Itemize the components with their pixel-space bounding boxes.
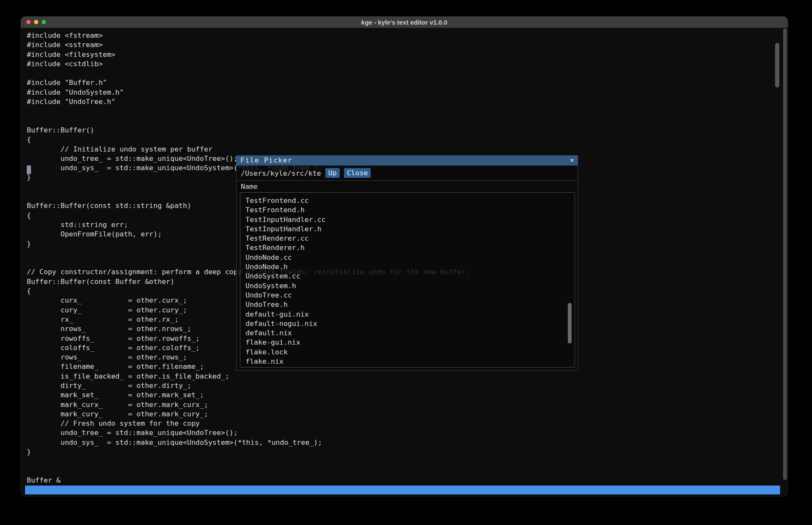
- file-list-item[interactable]: TestInputHandler.cc: [240, 215, 575, 225]
- code-line: Buffer &: [27, 476, 470, 485]
- file-list-item[interactable]: TestFrontend.cc: [240, 196, 575, 205]
- file-list-item[interactable]: TestRenderer.h: [240, 243, 575, 253]
- text-cursor: [27, 166, 31, 174]
- status-bar: kge v1.0.0 [1/1] Buffer.cc 486L Open Fil…: [25, 486, 780, 494]
- code-line: Buffer::Buffer(): [27, 126, 470, 135]
- minimize-window-icon[interactable]: [34, 20, 38, 24]
- code-line: #include "UndoTree.h": [27, 97, 470, 107]
- code-line: }: [27, 447, 470, 457]
- code-line: [27, 466, 470, 476]
- code-line: #include <cstdlib>: [27, 59, 470, 69]
- window-title: kge - kyle's text editor v1.0.0: [21, 19, 788, 26]
- file-list-item[interactable]: default.nix: [240, 328, 575, 338]
- code-line: {: [27, 135, 470, 144]
- code-line: [27, 116, 470, 126]
- name-column-header: Name: [241, 182, 258, 191]
- code-line: #include <filesystem>: [27, 50, 470, 59]
- code-line: [27, 69, 470, 78]
- zoom-window-icon[interactable]: [42, 20, 46, 24]
- file-picker-titlebar[interactable]: File Picker ✕: [236, 155, 578, 166]
- file-picker-dialog: File Picker ✕ /Users/kyle/src/kteUpClose…: [236, 155, 578, 371]
- code-line: // Fresh undo system for the copy: [27, 419, 470, 428]
- file-list: TestFrontend.ccTestFrontend.hTestInputHa…: [240, 192, 575, 368]
- code-line: #include <sstream>: [27, 40, 470, 50]
- status-version-file: kge v1.0.0 [1/1] Buffer.cc 486L: [27, 494, 158, 497]
- close-button[interactable]: Close: [344, 168, 371, 178]
- code-line: dirty_ = other.dirty_;: [27, 381, 470, 390]
- file-list-item[interactable]: UndoTree.h: [240, 300, 575, 309]
- file-list-item[interactable]: TestRenderer.cc: [240, 234, 575, 243]
- divider: [237, 180, 578, 181]
- file-list-item[interactable]: UndoTree.cc: [240, 291, 575, 300]
- code-line: #include <fstream>: [27, 31, 470, 40]
- file-list-item[interactable]: flake.lock: [240, 348, 575, 357]
- file-list-item[interactable]: TestInputHandler.h: [240, 225, 575, 234]
- app-window: kge - kyle's text editor v1.0.0 #include…: [20, 16, 788, 497]
- window-scrollbar-track[interactable]: [783, 28, 787, 480]
- path-row: /Users/kyle/src/kteUpClose: [241, 168, 573, 179]
- code-line: mark_set_ = other.mark_set_;: [27, 390, 470, 400]
- code-line: #include "UndoSystem.h": [27, 88, 470, 97]
- code-line: // Initialize undo system per buffer: [27, 145, 470, 154]
- file-picker-title: File Picker: [240, 155, 292, 166]
- code-line: [27, 457, 470, 466]
- file-list-item[interactable]: default-nogui.nix: [240, 319, 575, 328]
- file-list-item[interactable]: UndoSystem.h: [240, 281, 575, 291]
- code-line: is_file_backed_ = other.is_file_backed_;: [27, 372, 470, 381]
- close-window-icon[interactable]: [26, 20, 31, 24]
- file-list-item[interactable]: TestFrontend.h: [240, 205, 575, 215]
- file-list-items: TestFrontend.ccTestFrontend.hTestInputHa…: [240, 193, 575, 366]
- file-list-item[interactable]: flake.nix: [240, 357, 575, 366]
- editor-scrollbar-thumb[interactable]: [775, 43, 779, 87]
- traffic-lights: [21, 20, 46, 24]
- code-line: undo_tree_ = std::make_unique<UndoTree>(…: [27, 428, 470, 438]
- current-path: /Users/kyle/src/kte: [241, 169, 321, 177]
- code-line: [27, 107, 470, 116]
- code-line: mark_cury_ = other.mark_cury_;: [27, 410, 470, 419]
- file-list-item[interactable]: flake-gui.nix: [240, 338, 575, 347]
- up-button[interactable]: Up: [325, 168, 340, 178]
- file-list-item[interactable]: UndoNode.h: [240, 262, 575, 272]
- file-list-item[interactable]: default-gui.nix: [240, 310, 575, 319]
- code-line: #include "Buffer.h": [27, 78, 470, 87]
- code-line: undo_sys_ = std::make_unique<UndoSystem>…: [27, 438, 470, 447]
- file-list-item[interactable]: UndoNode.cc: [240, 253, 575, 262]
- window-titlebar[interactable]: kge - kyle's text editor v1.0.0: [21, 17, 788, 28]
- dialog-close-icon[interactable]: ✕: [570, 155, 574, 166]
- file-list-scrollbar-thumb[interactable]: [568, 303, 572, 343]
- file-list-item[interactable]: UndoSystem.cc: [240, 272, 575, 281]
- code-line: mark_curx_ = other.mark_curx_;: [27, 400, 470, 410]
